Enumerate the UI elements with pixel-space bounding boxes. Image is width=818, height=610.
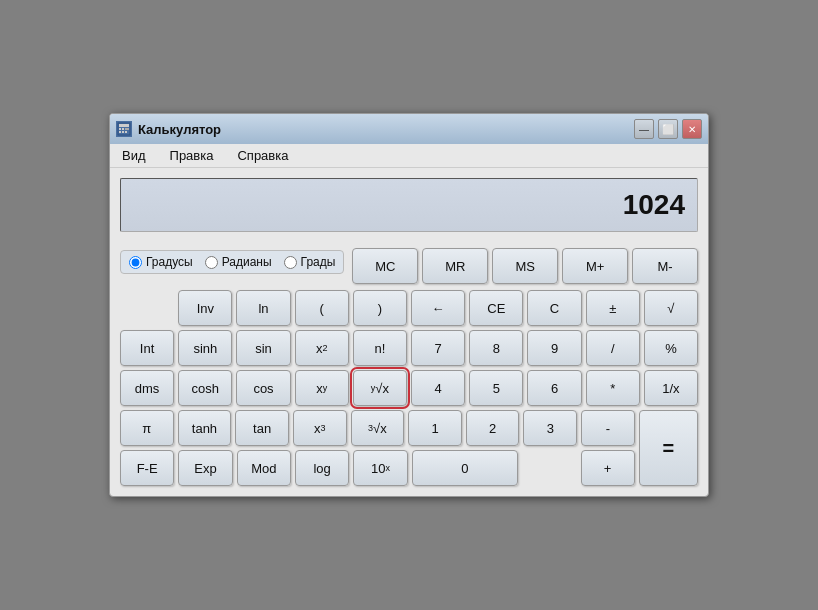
btn-ms[interactable]: MS [492,248,558,284]
btn-mod[interactable]: Mod [237,450,291,486]
window-title: Калькулятор [138,122,221,137]
btn-0[interactable]: 0 [412,450,519,486]
btn-mc[interactable]: MC [352,248,418,284]
btn-6[interactable]: 6 [527,370,581,406]
btn-row-1: Inv ln ( ) ← CE C ± √ [120,290,698,326]
angle-mode-row: Градусы Радианы Грады [120,250,344,274]
svg-rect-6 [122,131,124,133]
btn-tan[interactable]: tan [235,410,289,446]
btn-7[interactable]: 7 [411,330,465,366]
btn-3[interactable]: 3 [523,410,577,446]
calc-icon [116,121,132,137]
btn-row-5: F-E Exp Mod log 10x 0 + [120,450,635,486]
btn-percent[interactable]: % [644,330,698,366]
svg-rect-2 [119,128,121,130]
btn-1[interactable]: 1 [408,410,462,446]
menu-item-pravka[interactable]: Правка [166,146,218,165]
btn-2[interactable]: 2 [466,410,520,446]
close-button[interactable]: ✕ [682,119,702,139]
btn-fe[interactable]: F-E [120,450,174,486]
btn-plus[interactable]: + [581,450,635,486]
btn-8[interactable]: 8 [469,330,523,366]
title-bar-left: Калькулятор [116,121,221,137]
minimize-button[interactable]: — [634,119,654,139]
title-bar-buttons: — ⬜ ✕ [634,119,702,139]
btn-nfact[interactable]: n! [353,330,407,366]
btn-tanh[interactable]: tanh [178,410,232,446]
svg-rect-1 [119,124,129,127]
btn-c[interactable]: C [527,290,581,326]
btn-mminus[interactable]: M- [632,248,698,284]
btn-cosh[interactable]: cosh [178,370,232,406]
calculator-window: Калькулятор — ⬜ ✕ Вид Правка Справка 102… [109,113,709,497]
svg-rect-3 [122,128,124,130]
btn-inv[interactable]: Inv [178,290,232,326]
btn-pi[interactable]: π [120,410,174,446]
btn-row-4-5-wrapper: π tanh tan x3 3√x 1 2 3 - F-E Exp Mod lo… [120,410,698,486]
btn-mplus[interactable]: M+ [562,248,628,284]
btn-mr[interactable]: MR [422,248,488,284]
btn-dms[interactable]: dms [120,370,174,406]
btn-row-4: π tanh tan x3 3√x 1 2 3 - [120,410,635,446]
title-bar: Калькулятор — ⬜ ✕ [110,114,708,144]
btn-row-3: dms cosh cos xy y√x 4 5 6 * 1/x [120,370,698,406]
btn-sinh[interactable]: sinh [178,330,232,366]
radio-radians[interactable]: Радианы [205,255,272,269]
btn-divide[interactable]: / [586,330,640,366]
btn-xy[interactable]: xy [295,370,349,406]
svg-rect-4 [125,128,129,130]
svg-rect-7 [125,131,127,133]
btn-ce[interactable]: CE [469,290,523,326]
menu-item-vid[interactable]: Вид [118,146,150,165]
btn-x2[interactable]: x2 [295,330,349,366]
btn-close-paren[interactable]: ) [353,290,407,326]
btn-exp[interactable]: Exp [178,450,232,486]
btn-row-2: Int sinh sin x2 n! 7 8 9 / % [120,330,698,366]
btn-5[interactable]: 5 [469,370,523,406]
btn-sqrt[interactable]: √ [644,290,698,326]
svg-rect-5 [119,131,121,133]
btn-reciprocal[interactable]: 1/x [644,370,698,406]
btn-ln[interactable]: ln [236,290,290,326]
btn-sin[interactable]: sin [236,330,290,366]
radio-degrees[interactable]: Градусы [129,255,193,269]
display: 1024 [120,178,698,232]
radio-grads[interactable]: Грады [284,255,336,269]
btn-plusminus[interactable]: ± [586,290,640,326]
btn-9[interactable]: 9 [527,330,581,366]
btn-int[interactable]: Int [120,330,174,366]
calc-body: Градусы Радианы Грады MC MR MS M+ M- Inv [110,242,708,496]
btn-10x[interactable]: 10x [353,450,407,486]
menu-bar: Вид Правка Справка [110,144,708,168]
btn-cos[interactable]: cos [236,370,290,406]
btn-equals[interactable]: = [639,410,698,486]
display-value: 1024 [623,189,685,221]
btn-log[interactable]: log [295,450,349,486]
btn-multiply[interactable]: * [586,370,640,406]
btn-minus[interactable]: - [581,410,635,446]
btn-cuberoot[interactable]: 3√x [351,410,405,446]
btn-backspace[interactable]: ← [411,290,465,326]
btn-x3[interactable]: x3 [293,410,347,446]
maximize-button[interactable]: ⬜ [658,119,678,139]
menu-item-spravka[interactable]: Справка [233,146,292,165]
btn-open-paren[interactable]: ( [295,290,349,326]
btn-yroot[interactable]: y√x [353,370,407,406]
btn-4[interactable]: 4 [411,370,465,406]
